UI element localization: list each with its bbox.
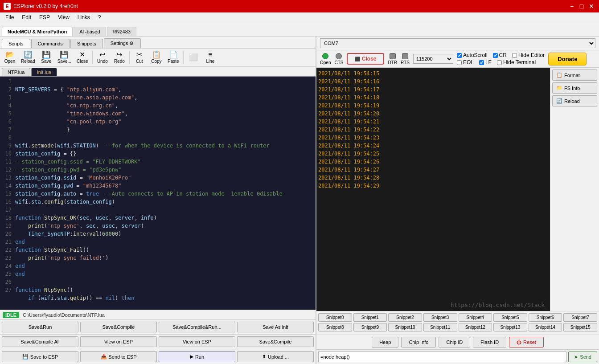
view-on-esp-button-2[interactable]: View on ESP bbox=[159, 336, 235, 347]
device-buttons: Heap Chip Info Chip ID Flash ID ⏻ Reset bbox=[316, 335, 599, 349]
file-tab-ntp[interactable]: NTP.lua bbox=[2, 68, 30, 76]
tab-rn2483[interactable]: RN2483 bbox=[107, 27, 136, 36]
save-compile-run-button[interactable]: Save&Compile&Run... bbox=[159, 322, 235, 332]
eol-checkbox[interactable]: EOL bbox=[457, 59, 474, 65]
snippet-0[interactable]: Snippet0 bbox=[318, 313, 352, 322]
open-button[interactable]: 📂 Open bbox=[2, 50, 18, 65]
toolbar: 📂 Open 🔄 Reload 💾 Save 💾 Save... ✕ Close bbox=[0, 49, 316, 67]
send-icon: ➤ bbox=[574, 354, 578, 360]
com-port-select[interactable]: COM7 bbox=[320, 38, 595, 48]
send-to-esp-button[interactable]: 📤 Send to ESP bbox=[80, 351, 157, 362]
tab-settings[interactable]: Settings ⚙ bbox=[104, 38, 141, 48]
menu-file[interactable]: File bbox=[2, 13, 17, 21]
open-label: Open bbox=[320, 60, 331, 65]
window-controls[interactable]: − □ ✕ bbox=[568, 2, 595, 10]
terminal-line: 2021/08/11 19:54:24 bbox=[318, 142, 548, 150]
fsinfo-icon: 📁 bbox=[556, 85, 562, 91]
cut-button[interactable]: ✂ Cut bbox=[131, 50, 148, 65]
save-compile-2-button[interactable]: Save&Compile bbox=[237, 336, 314, 347]
baud-rate-select[interactable]: 115200 9600 19200 38400 57600 230400 bbox=[413, 54, 453, 64]
snippet-7[interactable]: Snippet7 bbox=[563, 313, 597, 322]
menu-help[interactable]: ? bbox=[94, 13, 105, 21]
close-button[interactable]: ✕ bbox=[587, 2, 595, 10]
save-to-esp-button[interactable]: 💾 Save to ESP bbox=[2, 351, 78, 362]
maximize-button[interactable]: □ bbox=[578, 2, 586, 10]
tab-at-based[interactable]: AT-based bbox=[74, 27, 106, 36]
cmd-input[interactable] bbox=[318, 352, 566, 362]
save-compile-button[interactable]: Save&Compile bbox=[80, 322, 157, 332]
toolbar-sep-3 bbox=[183, 51, 184, 64]
snippet-13[interactable]: Snippet13 bbox=[493, 323, 527, 331]
fsinfo-button[interactable]: 📁 FS Info bbox=[552, 82, 597, 94]
upload-label: Upload ... bbox=[268, 354, 289, 360]
cr-checkbox[interactable]: CR bbox=[493, 52, 507, 58]
menu-esp[interactable]: ESP bbox=[36, 13, 53, 21]
chip-info-button[interactable]: Chip Info bbox=[401, 337, 436, 348]
code-editor[interactable]: 12345 678910 1112131415 1617181920 21222… bbox=[0, 77, 316, 310]
tab-scripts[interactable]: Scripts bbox=[2, 39, 30, 48]
run-icon: ▶ bbox=[190, 354, 193, 360]
hide-terminal-checkbox[interactable]: Hide Terminal bbox=[497, 59, 536, 65]
minimize-button[interactable]: − bbox=[568, 2, 576, 10]
flash-id-button[interactable]: Flash ID bbox=[473, 337, 506, 348]
snippet-4[interactable]: Snippet4 bbox=[459, 313, 492, 322]
snippet-14[interactable]: Snippet14 bbox=[529, 323, 562, 331]
snippet-10[interactable]: Snippet10 bbox=[388, 323, 422, 331]
tab-nodemcu[interactable]: NodeMCU & MicroPython bbox=[2, 27, 73, 36]
tab-commands[interactable]: Commands bbox=[31, 39, 70, 48]
save-compile-all-button[interactable]: Save&Compile All bbox=[2, 336, 78, 347]
snippet-3[interactable]: Snippet3 bbox=[423, 313, 457, 322]
undo-button[interactable]: ↩ Undo bbox=[94, 50, 111, 65]
save-run-button[interactable]: Save&Run bbox=[2, 322, 78, 332]
format-button[interactable]: 📋 Format bbox=[552, 70, 597, 81]
upload-button[interactable]: ⬆ Upload ... bbox=[237, 351, 314, 362]
blank-button[interactable]: ⬜ bbox=[185, 53, 201, 63]
snippet-12[interactable]: Snippet12 bbox=[459, 323, 492, 331]
rts-label: RTS bbox=[401, 60, 410, 65]
heap-button[interactable]: Heap bbox=[372, 337, 398, 348]
snippet-5[interactable]: Snippet5 bbox=[493, 313, 527, 322]
tab-snippets[interactable]: Snippets bbox=[70, 39, 103, 48]
copy-button[interactable]: 📋 Copy bbox=[148, 50, 164, 65]
run-button[interactable]: ▶ Run bbox=[159, 351, 235, 362]
close-file-icon: ✕ bbox=[79, 51, 85, 58]
run-label: Run bbox=[195, 354, 204, 360]
reload-esp-button[interactable]: 🔄 Reload bbox=[552, 95, 597, 106]
paste-button[interactable]: 📄 Paste bbox=[165, 50, 181, 65]
dtr-label: DTR bbox=[388, 60, 397, 65]
reload-button[interactable]: 🔄 Reload bbox=[19, 50, 37, 65]
file-tab-init[interactable]: init.lua bbox=[31, 68, 57, 76]
terminal[interactable]: 2021/08/11 19:54:15 2021/08/11 19:54:16 … bbox=[316, 68, 550, 311]
close-file-button[interactable]: ✕ Close bbox=[74, 50, 90, 65]
autoscroll-checkbox[interactable]: AutoScroll bbox=[457, 52, 488, 58]
send-button[interactable]: ➤ Send bbox=[568, 352, 597, 362]
line-button[interactable]: ≡ Line bbox=[202, 50, 218, 65]
snippet-9[interactable]: Snippet9 bbox=[353, 323, 387, 331]
reset-button[interactable]: ⏻ Reset bbox=[509, 337, 544, 348]
chip-id-button[interactable]: Chip ID bbox=[439, 337, 470, 348]
menu-bar: File Edit ESP View Links ? bbox=[0, 12, 599, 22]
donate-button[interactable]: Donate bbox=[548, 53, 587, 65]
snippet-2[interactable]: Snippet2 bbox=[388, 313, 422, 322]
save-button[interactable]: 💾 Save bbox=[38, 50, 54, 65]
view-on-esp-button-1[interactable]: View on ESP bbox=[80, 336, 157, 347]
save-icon: 💾 bbox=[42, 51, 51, 58]
save-as-button[interactable]: 💾 Save... bbox=[55, 50, 74, 65]
send-esp-icon: 📤 bbox=[101, 354, 107, 360]
fsinfo-label: FS Info bbox=[564, 86, 580, 91]
menu-view[interactable]: View bbox=[54, 13, 73, 21]
snippet-1[interactable]: Snippet1 bbox=[353, 313, 387, 322]
snippet-6[interactable]: Snippet6 bbox=[529, 313, 562, 322]
menu-links[interactable]: Links bbox=[74, 13, 94, 21]
close-serial-button[interactable]: ⬛ Close bbox=[347, 53, 384, 65]
snippet-row-2: Snippet8 Snippet9 Snippet10 Snippet11 Sn… bbox=[318, 323, 597, 331]
snippet-15[interactable]: Snippet15 bbox=[563, 323, 597, 331]
redo-button[interactable]: ↪ Redo bbox=[111, 50, 127, 65]
save-as-init-button[interactable]: Save As init bbox=[237, 322, 314, 332]
lf-checkbox[interactable]: LF bbox=[479, 59, 492, 65]
hide-editor-checkbox[interactable]: Hide Editor bbox=[512, 52, 545, 58]
code-content[interactable]: NTP_SERVERS = { "ntp.aliyun.com", "time.… bbox=[13, 77, 316, 310]
snippet-11[interactable]: Snippet11 bbox=[423, 323, 457, 331]
menu-edit[interactable]: Edit bbox=[18, 13, 35, 21]
snippet-8[interactable]: Snippet8 bbox=[318, 323, 352, 331]
